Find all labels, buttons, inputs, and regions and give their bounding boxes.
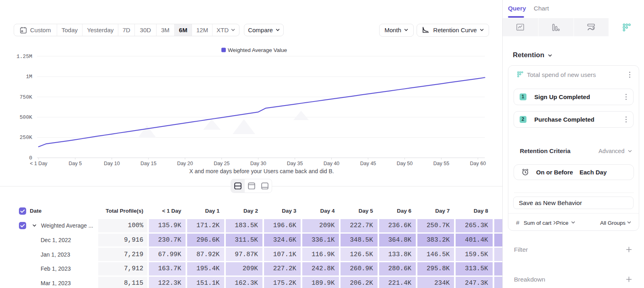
svg-text:Day 20: Day 20 bbox=[177, 161, 193, 166]
svg-text:Day 10: Day 10 bbox=[104, 161, 120, 166]
svg-text:1.25M: 1.25M bbox=[17, 54, 32, 60]
svg-text:1M: 1M bbox=[26, 74, 32, 80]
svg-text:Day 50: Day 50 bbox=[397, 161, 413, 166]
svg-text:X and more days before your Us: X and more days before your Users came b… bbox=[189, 168, 334, 174]
svg-text:Day 15: Day 15 bbox=[140, 161, 157, 166]
svg-text:500K: 500K bbox=[20, 114, 32, 120]
svg-text:Day 60: Day 60 bbox=[470, 161, 486, 166]
svg-text:Day 5: Day 5 bbox=[69, 161, 82, 166]
svg-text:0: 0 bbox=[29, 155, 32, 161]
svg-text:Day 35: Day 35 bbox=[287, 161, 303, 166]
svg-text:Day 55: Day 55 bbox=[433, 161, 450, 166]
svg-text:250K: 250K bbox=[20, 135, 32, 141]
svg-text:Day 40: Day 40 bbox=[324, 161, 340, 166]
svg-text:Weighted Average Value: Weighted Average Value bbox=[228, 47, 287, 53]
svg-text:Day 25: Day 25 bbox=[214, 161, 230, 166]
svg-text:750K: 750K bbox=[20, 94, 32, 100]
svg-text:Day 45: Day 45 bbox=[360, 161, 376, 166]
svg-text:< 1 Day: < 1 Day bbox=[30, 161, 47, 166]
svg-text:Day 30: Day 30 bbox=[250, 161, 266, 166]
